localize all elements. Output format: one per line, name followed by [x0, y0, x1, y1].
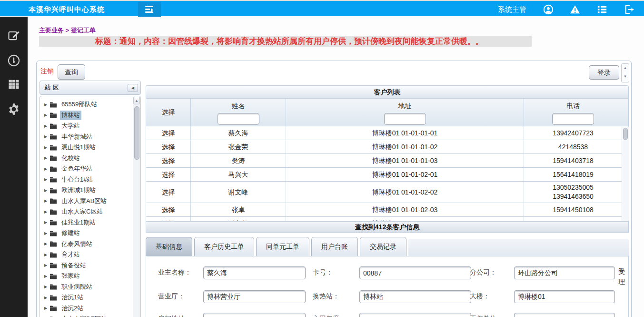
expander-icon[interactable]: ▶	[44, 199, 50, 203]
scroll-thumb[interactable]	[134, 106, 139, 160]
expander-icon[interactable]: ▶	[44, 210, 50, 214]
cell-address: 博琳楼01 01-01-02-03	[286, 203, 524, 216]
table-row: 选择 张金荣 博琳楼01 01-01-01-02 42148538	[146, 140, 628, 154]
expander-icon[interactable]: ▶	[44, 306, 50, 310]
tree-item[interactable]: ▶观山悦1期站	[40, 142, 133, 153]
collapse-panel-button[interactable]: ◀	[128, 84, 138, 92]
tree-item[interactable]: ▶金色年华站	[40, 164, 133, 174]
name-filter-input[interactable]	[218, 113, 259, 125]
scroll-thumb[interactable]	[623, 128, 628, 140]
tree-item[interactable]: ▶山水人家AB区站	[40, 196, 133, 207]
notice-marquee: 标题：通知，内容：因管线爆裂，将影响育才换热站所属所有用户停供，预计傍晚到夜间能…	[39, 36, 532, 47]
tree-item-selected[interactable]: ▶博林站	[40, 110, 133, 121]
tree-item[interactable]: ▶欧洲城1期站	[40, 185, 133, 196]
tree-item[interactable]: ▶治沉2站	[40, 303, 133, 314]
tree-scrollbar[interactable]: ▲	[133, 97, 140, 317]
expander-icon[interactable]: ▶	[44, 220, 50, 225]
expander-icon[interactable]: ▶	[44, 156, 50, 160]
grid-table-icon[interactable]	[7, 78, 20, 91]
panel-scrollbar[interactable]: ▲ ▼	[621, 63, 629, 82]
expander-icon[interactable]: ▶	[44, 231, 50, 235]
phone-filter-input[interactable]	[552, 113, 594, 125]
tree-item[interactable]: ▶大学站	[40, 121, 133, 132]
branch-company-input[interactable]	[514, 266, 615, 279]
expander-icon[interactable]: ▶	[44, 124, 50, 128]
field-label: 入网年度：	[313, 315, 346, 317]
dashboard-gauge-icon[interactable]	[7, 54, 20, 67]
address-filter-input[interactable]	[384, 113, 426, 125]
expander-icon[interactable]: ▶	[44, 274, 50, 278]
tree-item[interactable]: ▶张家站	[40, 271, 133, 282]
logout-icon[interactable]	[624, 4, 634, 15]
tree-item[interactable]: ▶山水人家DE区站	[40, 314, 133, 317]
expander-icon[interactable]: ▶	[44, 177, 50, 182]
tree-item[interactable]: ▶职业病院站	[40, 282, 133, 293]
tree-item[interactable]: ▶山水人家C区站	[40, 206, 133, 217]
cell-address: 博琳楼01 01-01-02-01	[286, 168, 524, 181]
tree-item[interactable]: ▶佳兆业1期站	[40, 217, 133, 228]
field-label: 工作单位：	[470, 315, 503, 317]
tab-user-ledger[interactable]: 用户台账	[311, 237, 358, 256]
expander-icon[interactable]: ▶	[44, 145, 50, 150]
tree-item[interactable]: ▶修建站	[40, 228, 133, 239]
expander-icon[interactable]: ▶	[44, 113, 50, 117]
compose-workorder-icon[interactable]	[7, 29, 20, 42]
expander-icon[interactable]: ▶	[44, 296, 50, 300]
table-scrollbar[interactable]	[622, 127, 629, 221]
room-address-input[interactable]	[203, 313, 306, 317]
select-link[interactable]: 选择	[146, 140, 191, 153]
expander-icon[interactable]: ▶	[44, 242, 50, 246]
work-unit-input[interactable]	[514, 313, 615, 317]
tab-transactions[interactable]: 交易记录	[360, 237, 406, 256]
tree-item[interactable]: ▶治沉1站	[40, 292, 133, 303]
menu-toggle-button[interactable]	[138, 2, 161, 17]
tree-item[interactable]: ▶预备役站	[40, 260, 133, 271]
select-link[interactable]: 选择	[146, 217, 191, 221]
settings-gear-icon[interactable]	[7, 102, 20, 116]
expander-icon[interactable]: ▶	[44, 188, 50, 193]
tree-item[interactable]: ▶亿泰风情站	[40, 239, 133, 250]
select-link[interactable]: 选择	[146, 168, 191, 181]
expander-icon[interactable]: ▶	[44, 167, 50, 171]
tree-item[interactable]: ▶育才站	[40, 249, 133, 260]
table-row: 选择 张卓 博琳楼01 01-01-02-03 15941450108	[146, 203, 628, 217]
select-link[interactable]: 选择	[146, 154, 191, 167]
query-button[interactable]: 查询	[58, 64, 85, 80]
folder-icon	[50, 112, 57, 118]
tree-item[interactable]: ▶65559部队站	[40, 99, 133, 110]
scroll-up-icon[interactable]: ▲	[133, 97, 140, 104]
scroll-up-icon[interactable]: ▲	[622, 64, 629, 72]
expander-icon[interactable]: ▶	[44, 253, 50, 257]
business-hall-input[interactable]	[203, 290, 306, 303]
tab-same-unit-orders[interactable]: 同单元工单	[256, 237, 309, 256]
select-link[interactable]: 选择	[146, 182, 191, 203]
card-number-input[interactable]	[359, 266, 471, 279]
select-link[interactable]: 选择	[146, 126, 191, 140]
logout-link[interactable]: 注销	[40, 67, 54, 76]
login-button[interactable]: 登录	[589, 65, 619, 80]
alert-warning-icon[interactable]	[570, 4, 580, 15]
tab-customer-history[interactable]: 客户历史工单	[194, 237, 254, 256]
select-link[interactable]: 选择	[146, 203, 191, 216]
menu-list-icon[interactable]	[597, 4, 607, 15]
expander-icon[interactable]: ▶	[44, 263, 50, 267]
tab-basic-info[interactable]: 基础信息	[146, 237, 192, 256]
left-nav-sidebar	[0, 17, 28, 317]
breadcrumb[interactable]: 主要业务 > 登记工单	[39, 26, 96, 35]
user-profile-icon[interactable]	[543, 4, 554, 15]
expander-icon[interactable]: ▶	[44, 134, 50, 139]
tree-item[interactable]: ▶丰华新城站	[40, 132, 133, 143]
folder-icon	[50, 219, 57, 225]
folder-icon	[50, 284, 57, 290]
folder-icon	[50, 230, 57, 236]
building-input[interactable]	[514, 290, 615, 303]
cell-address: 博琳楼01 01-01-01-02	[286, 140, 524, 153]
tree-item[interactable]: ▶牛心台1#站	[40, 174, 133, 185]
expander-icon[interactable]: ▶	[44, 285, 50, 289]
tree-item[interactable]: ▶化校站	[40, 153, 133, 164]
scroll-down-icon[interactable]: ▼	[622, 72, 629, 81]
network-year-input[interactable]	[359, 313, 471, 317]
expander-icon[interactable]: ▶	[44, 102, 50, 107]
owner-name-input[interactable]	[203, 266, 306, 279]
heat-station-input[interactable]	[359, 290, 471, 303]
